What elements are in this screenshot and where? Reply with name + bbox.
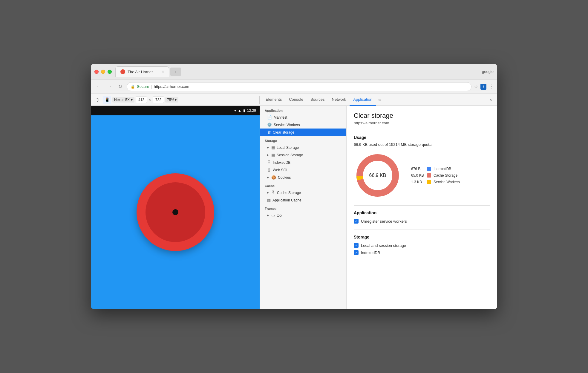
sidebar-item-cache-storage[interactable]: ▶ 🗄 Cache Storage (260, 189, 346, 196)
sidebar-service-workers-label: Service Workers (274, 123, 300, 127)
devtools-sidebar: Application 📄 Manifest ⚙️ Service Worker… (260, 106, 347, 309)
donut-chart: 66.9 KB (354, 152, 402, 199)
reload-button[interactable]: ↻ (116, 82, 124, 91)
top-frame-icon: ▭ (271, 213, 275, 218)
maximize-traffic-light[interactable] (108, 70, 112, 74)
sidebar-indexeddb-label: IndexedDB (273, 160, 290, 165)
tab-favicon (120, 69, 125, 74)
sidebar-cookies-label: Cookies (278, 175, 291, 180)
devtools-panel: Application 📄 Manifest ⚙️ Service Worker… (260, 106, 497, 309)
tab-title: The Air Horner (128, 70, 153, 74)
tab-console[interactable]: Console (285, 94, 307, 106)
tab-network[interactable]: Network (328, 94, 350, 106)
legend-label-service-workers: Service Workers (434, 180, 460, 184)
device-toggle-button[interactable]: 📱 (103, 96, 111, 104)
emulator-panel: ▾ ▲ ▮ 12:29 (91, 106, 260, 309)
sidebar-item-cookies[interactable]: ▶ 🍪 Cookies (260, 174, 346, 181)
devtools-toolbar: ⬡ 📱 Nexus 5X ▾ × 75% ▾ Elements Console … (91, 94, 497, 106)
zoom-selector[interactable]: 75% ▾ (165, 97, 178, 103)
expand-top-icon: ▶ (267, 214, 269, 217)
chart-legend: 676 B IndexedDB 65.0 KB Cache Storage 1.… (411, 167, 460, 184)
more-tabs-button[interactable]: » (376, 97, 383, 103)
sidebar-item-application-cache[interactable]: ▦ Application Cache (260, 196, 346, 204)
sidebar-clear-storage-label: Clear storage (273, 130, 294, 134)
donut-label: 66.9 KB (369, 173, 386, 178)
tab-close-button[interactable]: × (162, 70, 164, 74)
devtools-tabs: Elements Console Sources Network Applica… (260, 94, 477, 106)
height-input[interactable] (153, 97, 164, 103)
battery-icon: ▮ (243, 108, 245, 113)
inspect-element-button[interactable]: ⬡ (93, 96, 102, 104)
status-time: 12:29 (247, 108, 256, 113)
checkbox-unregister-sw-input[interactable]: ✓ (354, 219, 359, 224)
sidebar-item-clear-storage[interactable]: 🗑 Clear storage (260, 129, 346, 136)
tab-sources[interactable]: Sources (307, 94, 328, 106)
checkbox-indexeddb-input[interactable]: ✓ (354, 250, 359, 255)
legend-color-indexeddb (427, 167, 431, 171)
indexeddb-icon: 🗄 (267, 160, 271, 165)
application-cache-icon: ▦ (267, 198, 271, 202)
main-content: ▾ ▲ ▮ 12:29 Application (91, 106, 497, 309)
active-tab[interactable]: The Air Horner × (115, 66, 169, 77)
sidebar-item-local-storage[interactable]: ▶ ▦ Local Storage (260, 144, 346, 151)
usage-text: 66.9 KB used out of 15214 MB storage quo… (354, 142, 490, 147)
emulator-device: ▾ ▲ ▮ 12:29 (91, 106, 260, 309)
tab-elements[interactable]: Elements (262, 94, 285, 106)
url-base: https://airhorner.com (154, 84, 189, 89)
session-storage-icon: ▦ (271, 153, 275, 157)
width-input[interactable] (136, 97, 147, 103)
sidebar-item-manifest[interactable]: 📄 Manifest (260, 114, 346, 121)
checkbox-indexeddb: ✓ IndexedDB (354, 249, 490, 256)
clear-storage-icon: 🗑 (267, 130, 271, 134)
forward-button[interactable]: → (105, 82, 114, 91)
tab-bar: The Air Horner × + (115, 66, 482, 77)
sidebar-item-session-storage[interactable]: ▶ ▦ Session Storage (260, 151, 346, 159)
sidebar-item-indexeddb[interactable]: 🗄 IndexedDB (260, 159, 346, 166)
sidebar-local-storage-label: Local Storage (277, 146, 299, 150)
checkbox-local-session-input[interactable]: ✓ (354, 243, 359, 248)
url-bar[interactable]: 🔒 Secure | https://airhorner.com (127, 82, 471, 91)
size-separator: × (149, 98, 151, 102)
url-separator: | (151, 84, 152, 89)
chart-area: 66.9 KB 676 B IndexedDB 65.0 KB Cache St… (354, 152, 490, 199)
browser-menu-button[interactable]: ⋮ (489, 84, 494, 89)
close-traffic-light[interactable] (94, 70, 99, 74)
devtools-close-button[interactable]: × (486, 96, 495, 104)
extension-icon[interactable]: i (480, 84, 486, 90)
legend-color-cache-storage (427, 173, 431, 178)
signal-icon: ▲ (238, 108, 241, 113)
panel-title: Clear storage (354, 112, 490, 120)
sidebar-manifest-label: Manifest (274, 115, 287, 120)
device-screen (91, 115, 260, 309)
wifi-icon: ▾ (234, 108, 236, 113)
sidebar-item-top[interactable]: ▶ ▭ top (260, 212, 346, 219)
legend-label-cache-storage: Cache Storage (434, 173, 457, 178)
checkbox-local-session-label: Local and session storage (361, 243, 406, 248)
expand-cache-storage-icon: ▶ (267, 191, 269, 194)
url-actions: ☆ i ⋮ (474, 84, 494, 90)
sidebar-item-service-workers[interactable]: ⚙️ Service Workers (260, 121, 346, 129)
back-button[interactable]: ← (94, 82, 103, 91)
sidebar-cache-storage-label: Cache Storage (277, 191, 301, 195)
device-label: Nexus 5X (114, 98, 130, 102)
minimize-traffic-light[interactable] (101, 70, 105, 74)
main-panel: Clear storage https://airhorner.com Usag… (347, 106, 497, 309)
secure-label: Secure (137, 84, 149, 89)
devtools-more-button[interactable]: ⋮ (477, 96, 485, 104)
devtools-left: ⬡ 📱 Nexus 5X ▾ × 75% ▾ (91, 96, 260, 104)
new-tab-button[interactable]: + (170, 68, 181, 76)
traffic-lights (94, 70, 112, 74)
divider-2 (354, 205, 490, 206)
bookmark-icon[interactable]: ☆ (474, 84, 478, 89)
sidebar-item-web-sql[interactable]: 🗄 Web SQL (260, 166, 346, 174)
url-https: https:// (154, 84, 166, 89)
device-selector[interactable]: Nexus 5X ▾ (112, 97, 134, 103)
title-bar: The Air Horner × + google (91, 64, 497, 80)
usage-section-title: Usage (354, 135, 490, 140)
sidebar-top-label: top (277, 213, 282, 218)
expand-local-storage-icon: ▶ (267, 146, 269, 149)
tab-application[interactable]: Application (350, 94, 376, 106)
url-domain: airhorner.com (166, 84, 189, 89)
sidebar-section-cache: Cache (260, 181, 346, 189)
legend-value-indexeddb: 676 B (411, 167, 425, 171)
